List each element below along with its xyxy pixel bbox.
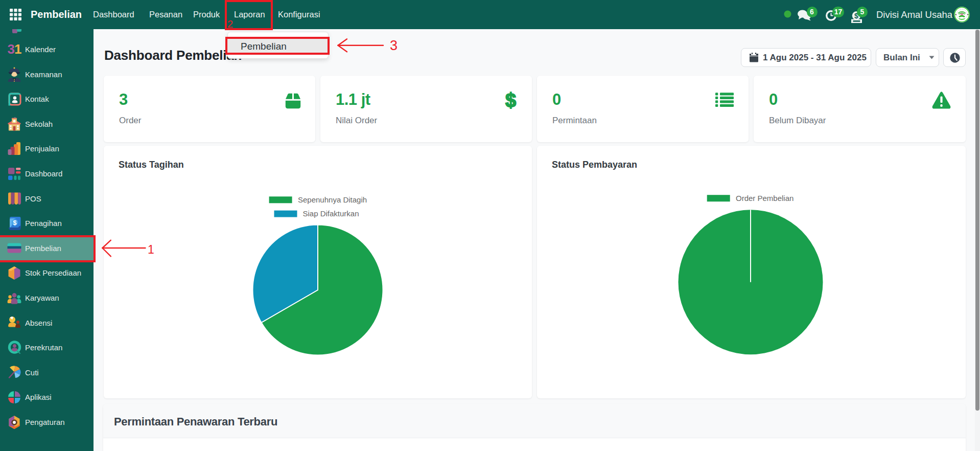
svg-text:Order Pembelian: Order Pembelian — [736, 194, 794, 202]
svg-text:Sepenuhnya Ditagih: Sepenuhnya Ditagih — [298, 195, 367, 204]
svg-text:Siap Difakturkan: Siap Difakturkan — [303, 209, 359, 218]
svg-text:$: $ — [13, 219, 16, 226]
svg-text:$: $ — [505, 91, 516, 110]
